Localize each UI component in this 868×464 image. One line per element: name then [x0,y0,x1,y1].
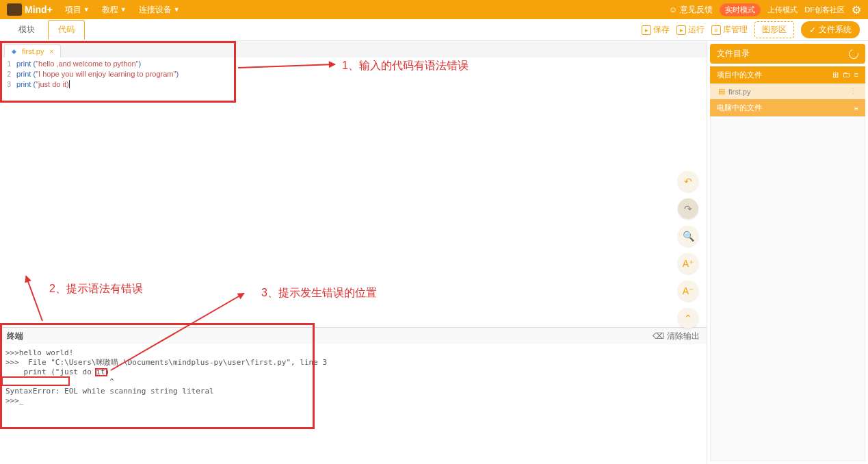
redo-button[interactable]: ↷ [678,198,698,219]
upload-mode-link[interactable]: 上传模式 [767,5,798,15]
tab-code[interactable]: 代码 [48,20,85,40]
python-file-icon: ◆ [12,48,16,55]
main-area: ◆ first.py × 1 print ("hello ,and welcom… [0,41,868,464]
file-sidebar: 文件目录 项目中的文件 ⊞ 🗀 ≡ ▤ first.py ⋮ 电脑中的文件 ≡ [707,41,868,464]
sidebar-file-item[interactable]: ▤ first.py ⋮ [710,83,865,99]
header-right: ☺ 意见反馈 实时模式 上传模式 DF创客社区 ⚙ [669,3,861,16]
line-number: 2 [0,69,16,79]
search-icon: 🔍 [683,231,694,242]
menu-connect-device[interactable]: 连接设备▼ [139,4,180,16]
caret-down-icon: ▼ [83,6,90,13]
editor-area: ◆ first.py × 1 print ("hello ,and welcom… [0,41,707,464]
line-number: 1 [0,59,16,69]
sidebar-title: 文件目录 [710,44,865,64]
line-number: 3 [0,79,16,90]
save-icon: ▸ [642,25,651,35]
new-folder-icon[interactable]: 🗀 [843,70,850,79]
terminal-header: 终端 ⌫ 清除输出 [0,328,707,344]
play-icon: ▸ [676,25,686,35]
main-menu: 项目▼ 教程▼ 连接设备▼ [65,4,180,16]
file-tab-firstpy[interactable]: ◆ first.py × [4,44,61,57]
sidebar-computer-files[interactable]: 电脑中的文件 ≡ [710,99,865,116]
file-tab-label: first.py [22,47,44,55]
annotation-text-3: 3、提示发生错误的位置 [261,286,377,300]
run-button[interactable]: ▸运行 [676,24,705,36]
sub-toolbar: 模块 代码 ▸保存 ▸运行 ≡库管理 图形区 ✓文件系统 [0,19,868,41]
file-icon: ▤ [718,87,725,96]
font-plus-icon: A⁺ [683,258,694,269]
menu-icon[interactable]: ≡ [854,104,858,112]
lightbulb-icon: ☺ [669,5,677,14]
realtime-mode-pill[interactable]: 实时模式 [720,3,761,16]
view-tabs: 模块 代码 [8,20,85,40]
collapse-button[interactable]: ⌃ [678,308,698,328]
clear-output-button[interactable]: ⌫ 清除输出 [653,331,700,342]
filesystem-button[interactable]: ✓文件系统 [801,21,860,38]
undo-button[interactable]: ↶ [678,171,698,192]
tab-block[interactable]: 模块 [8,20,45,40]
logo-text: Mind+ [25,4,53,15]
code-line: 3 print ("just do it) [0,79,707,90]
sidebar-empty-area [710,116,865,461]
caret-down-icon: ▼ [174,6,180,13]
graph-area-button[interactable]: 图形区 [754,21,794,38]
check-icon: ✓ [809,25,816,35]
trash-icon: ⌫ [653,331,664,341]
library-icon: ≡ [711,25,721,35]
app-logo: Mind+ [7,3,53,16]
feedback-link[interactable]: ☺ 意见反馈 [669,4,713,16]
terminal-panel: 终端 ⌫ 清除输出 >>>hello world! >>> File "C:\U… [0,327,707,464]
menu-project[interactable]: 项目▼ [65,4,90,16]
more-icon[interactable]: ⋮ [850,87,857,96]
toolbar-actions: ▸保存 ▸运行 ≡库管理 图形区 ✓文件系统 [642,21,860,38]
close-icon[interactable]: × [49,48,53,55]
terminal-title: 终端 [7,331,23,342]
caret-down-icon: ▼ [120,6,127,13]
logo-icon [7,3,22,16]
annotation-text-2: 2、提示语法有错误 [49,282,143,296]
library-button[interactable]: ≡库管理 [711,24,748,36]
editor-float-buttons: ↶ ↷ 🔍 A⁺ A⁻ ⌃ [678,171,698,328]
annotation-text-1: 1、输入的代码有语法错误 [342,59,469,73]
redo-icon: ↷ [684,203,692,214]
terminal-output[interactable]: >>>hello world! >>> File "C:\Users\咪嗷喵 \… [0,344,707,464]
sidebar-project-files[interactable]: 项目中的文件 ⊞ 🗀 ≡ [710,66,865,83]
settings-icon[interactable]: ⚙ [852,3,861,16]
search-button[interactable]: 🔍 [678,226,698,246]
app-header: Mind+ 项目▼ 教程▼ 连接设备▼ ☺ 意见反馈 实时模式 上传模式 DF创… [0,0,868,19]
refresh-icon[interactable] [847,47,860,60]
menu-icon[interactable]: ≡ [854,70,858,79]
save-button[interactable]: ▸保存 [642,24,670,36]
community-link[interactable]: DF创客社区 [804,5,845,15]
new-file-icon[interactable]: ⊞ [832,70,839,79]
file-tab-bar: ◆ first.py × [0,41,707,57]
undo-icon: ↶ [684,176,692,187]
collapse-icon: ⌃ [684,313,692,324]
menu-tutorial[interactable]: 教程▼ [102,4,127,16]
font-minus-icon: A⁻ [683,285,694,296]
font-increase-button[interactable]: A⁺ [678,253,698,274]
font-decrease-button[interactable]: A⁻ [678,281,698,301]
